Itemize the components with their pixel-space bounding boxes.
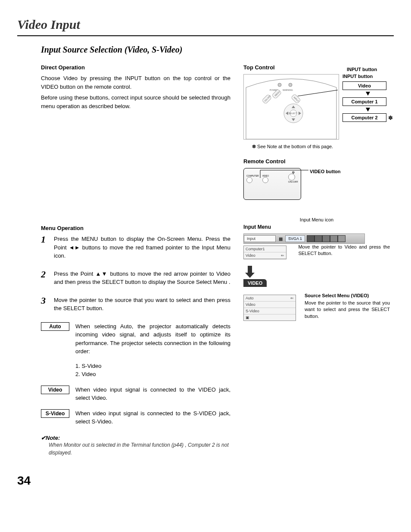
option-svideo: S-Video When video input signal is conne… — [41, 409, 230, 426]
note-body: When Monitor out is selected in the Term… — [49, 441, 230, 457]
remote-control-diagram: COMPUTER VIDEO ⏻ ON-OFF — [243, 168, 301, 200]
move-pointer-desc: Move the pointer to Video and press the … — [298, 244, 390, 257]
direct-operation-p2: Before using these buttons, correct inpu… — [41, 93, 230, 110]
input-menu-icon-label: Input Menu icon — [243, 217, 390, 222]
step-text: Press the MENU button to display the On-… — [54, 235, 230, 260]
menu-input-cell: Input — [244, 235, 276, 242]
option-text: When selecting Auto, the projector autom… — [75, 322, 230, 379]
menu-operation-heading: Menu Operation — [41, 225, 230, 231]
note-heading: ✔Note: — [41, 435, 230, 441]
cycle-computer2: Computer 2 — [342, 113, 386, 122]
step-text: Move the pointer to the source that you … — [54, 296, 230, 313]
svg-point-0 — [278, 83, 281, 87]
divider — [17, 35, 394, 36]
menu-svga-cell: SVGA 1 — [285, 235, 305, 242]
ss-extra-icon: ▣ — [244, 314, 296, 320]
page-number: 34 — [17, 474, 394, 488]
ss-auto-label: Auto — [246, 296, 254, 300]
option-auto-desc: When selecting Auto, the projector autom… — [75, 323, 230, 355]
pointer-arrow-icon: ⇐ — [290, 296, 294, 300]
option-auto-order1: 1. S-Video — [75, 362, 230, 370]
step-1: 1 Press the MENU button to display the O… — [41, 235, 230, 260]
option-text: When video input signal is connected to … — [75, 386, 230, 402]
ss-svideo: S-Video — [244, 308, 296, 314]
step-2: 2 Press the Point ▲▼ buttons to move the… — [41, 270, 230, 286]
option-label: Auto — [41, 322, 69, 331]
top-control-diagram: POWER WARNING ON-OFF MENU INPUT — [243, 74, 339, 140]
cycle-video: Video — [342, 81, 386, 90]
svg-marker-17 — [245, 273, 255, 278]
option-text: When video input signal is connected to … — [75, 409, 230, 426]
video-button-label: VIDEO button — [310, 169, 341, 174]
option-auto-order2: 2. Video — [75, 370, 230, 379]
step-number: 1 — [41, 235, 48, 260]
source-select-menu: Auto ⇐ Video S-Video ▣ — [243, 295, 296, 321]
direct-operation-p1: Choose Video by pressing the INPUT butto… — [41, 74, 230, 91]
left-column: Direct Operation Choose Video by pressin… — [41, 64, 230, 457]
svg-point-1 — [289, 83, 292, 87]
svg-text:SELECT: SELECT — [289, 112, 297, 115]
cycle-computer1: Computer 1 — [342, 97, 386, 106]
input-button-label-top: INPUT button — [347, 67, 393, 72]
see-note: ✽ See Note at the bottom of this page. — [252, 144, 390, 149]
menu-bar: Input ▦ SVGA 1 — [243, 233, 365, 244]
source-select-desc: Move the pointer to the source that you … — [305, 300, 390, 320]
svg-rect-16 — [248, 266, 252, 273]
video-tag: VIDEO — [243, 279, 267, 287]
top-control-illustration: POWER WARNING ON-OFF MENU INPUT — [244, 75, 339, 139]
source-select-title: Source Select Menu (VIDEO) — [305, 293, 390, 298]
option-label: S-Video — [41, 409, 69, 418]
asterisk-icon: ✽ — [388, 115, 393, 121]
rc-onoff-label: ON-OFF — [288, 180, 298, 183]
direct-operation-heading: Direct Operation — [41, 64, 230, 71]
ss-auto: Auto ⇐ — [244, 295, 296, 302]
callout-line — [257, 168, 308, 180]
top-control-heading: Top Control — [243, 64, 339, 71]
step-number: 3 — [41, 296, 48, 313]
page-title: Video Input — [17, 17, 394, 32]
input-menu-heading: Input Menu — [243, 224, 390, 230]
right-column: Top Control POWER WARNING ON-OFF — [243, 64, 390, 457]
ss-video: Video — [244, 302, 296, 308]
arrow-down-icon — [366, 92, 370, 96]
step-text: Press the Point ▲▼ buttons to move the r… — [54, 270, 230, 286]
arrow-down-large-icon — [243, 265, 256, 278]
warning-label: WARNING — [283, 89, 293, 91]
option-auto: Auto When selecting Auto, the projector … — [41, 322, 230, 379]
section-title: Input Source Selection (Video, S-Video) — [41, 45, 394, 55]
step-number: 2 — [41, 270, 48, 286]
option-label: Video — [41, 386, 69, 394]
arrow-down-icon — [366, 108, 370, 112]
input-button-label: INPUT button — [342, 74, 393, 79]
step-3: 3 Move the pointer to the source that yo… — [41, 296, 230, 313]
option-video: Video When video input signal is connect… — [41, 386, 230, 402]
remote-control-heading: Remote Control — [243, 158, 390, 165]
